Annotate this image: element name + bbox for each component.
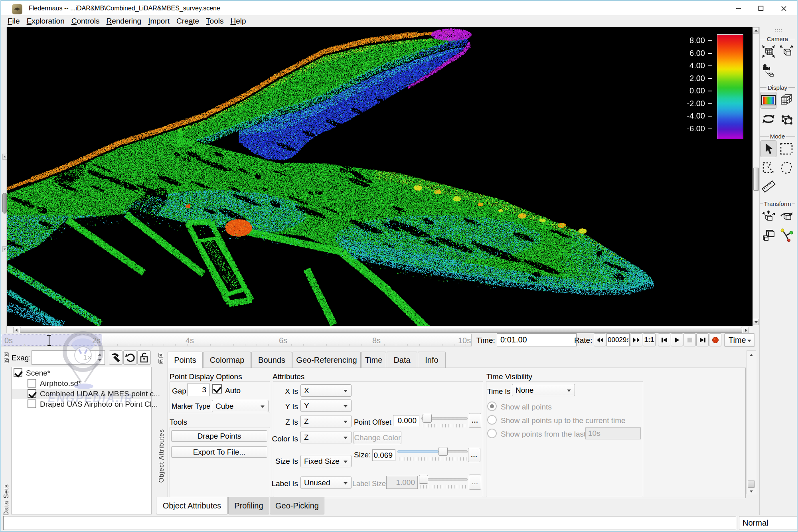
tree-item-label[interactable]: Draped UAS Airphoto on Point Cl... <box>40 400 158 409</box>
menu-rendering[interactable]: Rendering <box>103 17 144 26</box>
y-is-combo[interactable]: Y <box>300 399 352 412</box>
polygon-select-icon[interactable] <box>760 159 776 176</box>
left-scrollbar-down-icon[interactable] <box>2 246 7 252</box>
tree-checkbox[interactable] <box>28 389 36 398</box>
change-color-button[interactable]: Change Color <box>354 431 401 444</box>
viewport-horizontal-scrollbar[interactable] <box>7 326 753 333</box>
panel-scroll-thumb[interactable] <box>748 481 755 488</box>
rect-select-icon[interactable] <box>778 140 794 157</box>
radio-show-points-from-the-last[interactable] <box>487 429 497 438</box>
scroll-right-icon[interactable] <box>743 327 749 333</box>
scroll-down-icon[interactable] <box>753 319 759 325</box>
tab-info[interactable]: Info <box>418 352 446 368</box>
menu-exploration[interactable]: Exploration <box>24 17 67 26</box>
size-slider-handle[interactable] <box>439 447 448 456</box>
tab-bounds[interactable]: Bounds <box>251 352 292 368</box>
wireframe-icon[interactable] <box>778 92 794 109</box>
close-button[interactable] <box>774 1 793 16</box>
tree-item-label[interactable]: Combined LiDAR & MBES point c... <box>40 390 160 398</box>
rotate-icon[interactable] <box>778 208 794 225</box>
bottom-tab-object-attributes[interactable]: Object Attributes <box>156 497 228 514</box>
camera-object-icon[interactable] <box>760 62 776 79</box>
tree-checkbox[interactable] <box>14 368 22 377</box>
scale-icon[interactable] <box>760 227 776 243</box>
dock-float-icon[interactable] <box>4 358 9 363</box>
spin-up-icon[interactable] <box>98 354 101 356</box>
minimize-button[interactable] <box>729 1 748 16</box>
rate-slower-button[interactable] <box>594 333 606 346</box>
measure-icon[interactable] <box>760 178 776 195</box>
tree-item-label[interactable]: Airphoto.sd* <box>40 379 81 388</box>
left-scrollbar-thumb[interactable] <box>2 193 7 214</box>
bottom-tab-profiling[interactable]: Profiling <box>228 497 269 514</box>
colormap-display-icon[interactable] <box>760 92 776 109</box>
rate-reset-button[interactable]: 1:1 <box>643 333 656 346</box>
tool-button-export-to-file-[interactable]: Export To File... <box>171 446 267 458</box>
time-input[interactable] <box>497 333 577 346</box>
orbit-icon[interactable] <box>760 111 776 127</box>
label-is-combo[interactable]: Unused <box>300 477 352 489</box>
menu-create[interactable]: Create <box>174 17 202 26</box>
tree-item-label[interactable]: Scene* <box>26 369 50 378</box>
undo-button[interactable] <box>123 350 137 365</box>
show-last-input[interactable] <box>585 427 641 439</box>
scroll-down-icon[interactable] <box>748 488 754 494</box>
time-mode-dropdown[interactable]: Time <box>724 333 755 347</box>
exaggeration-spinbox[interactable]: 1× <box>32 350 105 365</box>
timeline-selection[interactable] <box>2 334 102 346</box>
command-input[interactable] <box>3 516 736 530</box>
lasso-select-icon[interactable] <box>778 159 794 176</box>
lock-button[interactable] <box>137 350 151 365</box>
timeline-ruler[interactable]: 0s2s4s6s8s10s <box>1 334 472 346</box>
rate-input[interactable] <box>606 333 630 346</box>
auto-checkbox[interactable] <box>212 384 222 394</box>
skip-to-end-button[interactable] <box>696 333 709 346</box>
menu-tools[interactable]: Tools <box>203 17 226 26</box>
build-tool-button[interactable] <box>109 350 122 365</box>
tab-data[interactable]: Data <box>387 352 417 368</box>
left-scrollbar-up-icon[interactable] <box>2 154 7 160</box>
spin-down-icon[interactable] <box>98 359 101 361</box>
size-input[interactable] <box>372 449 395 461</box>
tree-row[interactable]: Scene* <box>12 368 151 378</box>
play-button[interactable] <box>671 333 683 346</box>
size-more-button[interactable]: ... <box>468 448 480 462</box>
skip-to-start-button[interactable] <box>658 333 670 346</box>
tree-row[interactable]: Airphoto.sd* <box>12 378 151 388</box>
radio-show-all-points[interactable] <box>487 401 497 411</box>
vertex-cube-icon[interactable] <box>778 111 794 127</box>
time-is-combo[interactable]: None <box>512 384 575 396</box>
z-is-combo[interactable]: Z <box>300 415 352 427</box>
dock-float-icon[interactable] <box>158 359 163 364</box>
point-cloud-canvas[interactable] <box>7 27 753 326</box>
menu-import[interactable]: Import <box>145 17 172 26</box>
menu-file[interactable]: File <box>5 17 23 26</box>
move-icon[interactable] <box>760 208 776 225</box>
rate-faster-button[interactable] <box>630 333 642 346</box>
tab-time[interactable]: Time <box>361 352 386 368</box>
menu-help[interactable]: Help <box>227 17 249 26</box>
x-is-combo[interactable]: X <box>300 384 352 397</box>
dock-close-icon[interactable] <box>158 353 163 358</box>
label-size-more-button[interactable]: ... <box>469 475 481 490</box>
label-size-slider-handle[interactable] <box>419 475 428 484</box>
tab-colormap[interactable]: Colormap <box>203 352 251 368</box>
pointer-icon[interactable] <box>760 140 776 157</box>
maximize-button[interactable] <box>752 1 770 16</box>
label-size-input[interactable] <box>386 476 418 489</box>
scroll-left-icon[interactable] <box>13 327 19 333</box>
dock-close-icon[interactable] <box>4 352 9 357</box>
toolbox-grip-icon[interactable] <box>774 29 782 32</box>
scroll-up-icon[interactable] <box>748 352 754 358</box>
size-is-combo[interactable]: Fixed Size <box>300 455 352 467</box>
view-all-icon[interactable] <box>760 43 776 60</box>
point-offset-slider-handle[interactable] <box>423 414 432 423</box>
record-button[interactable] <box>709 333 721 346</box>
point-offset-more-button[interactable]: ... <box>469 413 481 428</box>
menu-controls[interactable]: Controls <box>69 17 103 26</box>
color-is-combo[interactable]: Z <box>300 431 352 443</box>
viewport-3d[interactable]: 8.006.004.002.000.00-2.00-4.00-6.00 <box>7 27 753 326</box>
tab-geo-referencing[interactable]: Geo-Referencing <box>292 352 361 368</box>
panel-vertical-scrollbar[interactable] <box>747 350 756 494</box>
tree-row[interactable]: Combined LiDAR & MBES point c... <box>12 389 151 399</box>
